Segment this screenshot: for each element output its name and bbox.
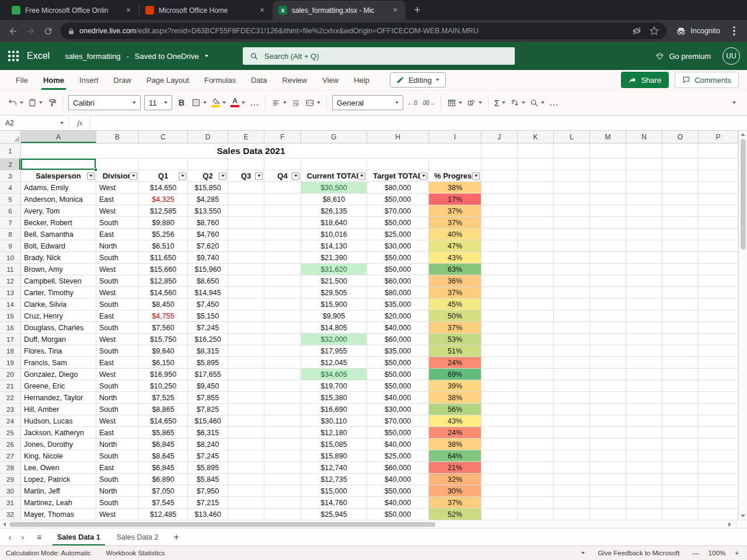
cell-I5[interactable]: 17% — [429, 194, 481, 205]
cell-K14[interactable] — [518, 299, 554, 310]
cell-H24[interactable]: $70,000 — [367, 415, 429, 427]
cell-L2[interactable] — [554, 159, 590, 170]
header-cell-D3[interactable]: Q2 — [188, 170, 228, 182]
cell-E22[interactable] — [228, 392, 264, 404]
cell-B6[interactable]: West — [96, 205, 139, 217]
cell-G24[interactable]: $30,110 — [301, 415, 367, 427]
cell-L3[interactable] — [554, 170, 590, 182]
row-header-29[interactable]: 29 — [0, 474, 21, 485]
cell-C5[interactable]: $4,325 — [139, 194, 188, 205]
saved-status[interactable]: Saved to OneDrive — [135, 52, 199, 61]
cell-L19[interactable] — [554, 357, 590, 369]
cell-I32[interactable]: 52% — [429, 509, 481, 520]
cell-G23[interactable]: $16,690 — [301, 404, 367, 415]
cell-E29[interactable] — [228, 474, 264, 485]
cell-F23[interactable] — [264, 404, 301, 415]
cell-J12[interactable] — [481, 275, 518, 287]
cell-C19[interactable]: $6,150 — [139, 357, 188, 369]
tab-close-icon-3[interactable]: × — [390, 6, 400, 15]
cell-N15[interactable] — [626, 310, 662, 322]
row-header-19[interactable]: 19 — [0, 357, 21, 369]
row-header-5[interactable]: 5 — [0, 194, 21, 205]
cell-M19[interactable] — [590, 357, 626, 369]
number-format-select[interactable]: General — [332, 95, 403, 110]
cell-G14[interactable]: $15,900 — [301, 299, 367, 310]
cell-P31[interactable] — [699, 497, 738, 509]
cell-H6[interactable]: $70,000 — [367, 205, 429, 217]
autosum-button[interactable]: Σ — [492, 94, 508, 111]
cell-C7[interactable]: $9,880 — [139, 217, 188, 229]
cell-J24[interactable] — [481, 415, 518, 427]
cell-G13[interactable]: $29,505 — [301, 287, 367, 299]
cell-O32[interactable] — [662, 509, 699, 520]
cell-J3[interactable] — [481, 170, 518, 182]
workbook-statistics-button[interactable]: Workbook Statistics — [106, 550, 165, 556]
cell-N29[interactable] — [626, 474, 662, 485]
browser-tab-2[interactable]: Microsoft Office Home× — [139, 1, 273, 20]
cell-C23[interactable]: $8,865 — [139, 404, 188, 415]
sheet-tab-1[interactable]: Sales Data 1 — [49, 528, 109, 545]
cell-B5[interactable]: East — [96, 194, 139, 205]
cell-N24[interactable] — [626, 415, 662, 427]
column-header-L[interactable]: L — [554, 131, 590, 144]
cell-L18[interactable] — [554, 345, 590, 357]
cell-N17[interactable] — [626, 334, 662, 345]
cell-A25[interactable]: Jackson, Katheryn — [21, 427, 96, 439]
cell-C4[interactable]: $14,650 — [139, 182, 188, 194]
cell-D29[interactable]: $5,845 — [188, 474, 228, 485]
horizontal-scrollbar[interactable] — [0, 520, 747, 528]
cell-P5[interactable] — [699, 194, 738, 205]
row-header-15[interactable]: 15 — [0, 310, 21, 322]
cell-N2[interactable] — [626, 159, 662, 170]
row-header-31[interactable]: 31 — [0, 497, 21, 509]
cell-J23[interactable] — [481, 404, 518, 415]
cell-E14[interactable] — [228, 299, 264, 310]
browser-menu-button[interactable] — [726, 23, 742, 39]
row-header-16[interactable]: 16 — [0, 322, 21, 334]
header-cell-G3[interactable]: Current TOTAL — [301, 170, 367, 182]
find-button[interactable] — [528, 94, 547, 111]
browser-tab-3[interactable]: Xsales_formatting.xlsx - Mic× — [273, 1, 406, 20]
cell-O31[interactable] — [662, 497, 699, 509]
cell-H18[interactable]: $35,000 — [367, 345, 429, 357]
cell-F18[interactable] — [264, 345, 301, 357]
ribbon-tab-draw[interactable]: Draw — [106, 70, 139, 90]
cell-B10[interactable]: South — [96, 252, 139, 264]
cell-C17[interactable]: $15,750 — [139, 334, 188, 345]
cell-C15[interactable]: $4,755 — [139, 310, 188, 322]
cell-A9[interactable]: Bolt, Edward — [21, 240, 96, 252]
cell-P12[interactable] — [699, 275, 738, 287]
cell-M21[interactable] — [590, 380, 626, 392]
cell-C22[interactable]: $7,525 — [139, 392, 188, 404]
cell-L30[interactable] — [554, 485, 590, 497]
share-button[interactable]: Share — [621, 72, 669, 88]
cell-J20[interactable] — [481, 369, 518, 380]
cell-H30[interactable]: $50,000 — [367, 485, 429, 497]
cell-A24[interactable]: Hudson, Lucas — [21, 415, 96, 427]
cell-E9[interactable] — [228, 240, 264, 252]
cell-M31[interactable] — [590, 497, 626, 509]
cell-J29[interactable] — [481, 474, 518, 485]
cell-E19[interactable] — [228, 357, 264, 369]
cell-P17[interactable] — [699, 334, 738, 345]
cell-M29[interactable] — [590, 474, 626, 485]
cell-B12[interactable]: South — [96, 275, 139, 287]
cell-L6[interactable] — [554, 205, 590, 217]
cell-J16[interactable] — [481, 322, 518, 334]
cell-A27[interactable]: King, Nicole — [21, 450, 96, 462]
cell-B19[interactable]: East — [96, 357, 139, 369]
cell-G10[interactable]: $21,390 — [301, 252, 367, 264]
cell-J5[interactable] — [481, 194, 518, 205]
cell-O10[interactable] — [662, 252, 699, 264]
cell-M2[interactable] — [590, 159, 626, 170]
forward-button[interactable] — [22, 23, 39, 39]
cell-J8[interactable] — [481, 229, 518, 240]
cell-C6[interactable]: $12,585 — [139, 205, 188, 217]
cell-H26[interactable]: $40,000 — [367, 439, 429, 450]
cell-M30[interactable] — [590, 485, 626, 497]
row-header-12[interactable]: 12 — [0, 275, 21, 287]
cell-J30[interactable] — [481, 485, 518, 497]
cell-J25[interactable] — [481, 427, 518, 439]
cell-C21[interactable]: $10,250 — [139, 380, 188, 392]
cell-D2[interactable] — [188, 159, 228, 170]
